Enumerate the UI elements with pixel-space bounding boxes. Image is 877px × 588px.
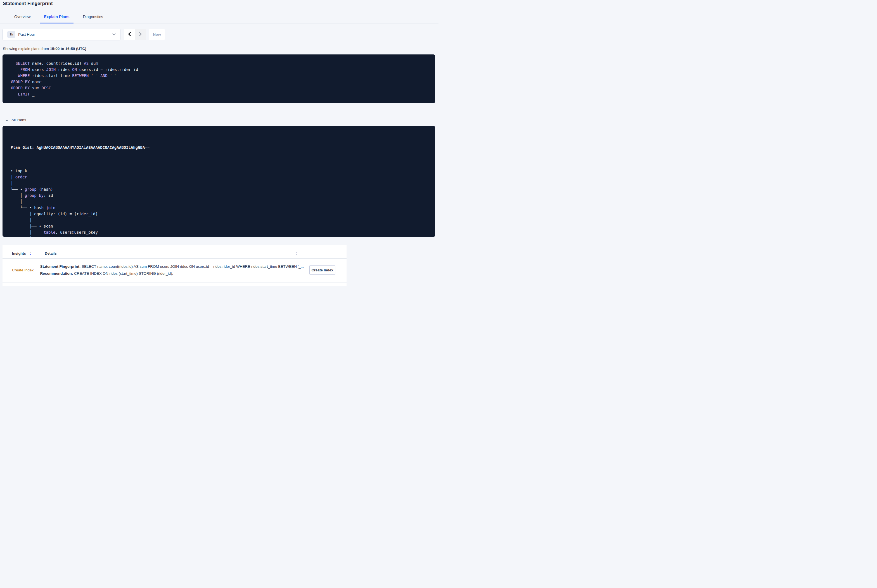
- all-plans-label: All Plans: [12, 118, 26, 122]
- next-time-button[interactable]: [135, 29, 146, 40]
- back-arrow-icon: ←: [5, 117, 9, 122]
- statement-fingerprint-page: Statement Fingerprint Overview Explain P…: [0, 0, 438, 294]
- statement-fingerprint-line: Statement Fingerprint: SELECT name, coun…: [40, 263, 304, 270]
- time-range-badge: 1h: [7, 31, 15, 38]
- chevron-left-icon: [128, 32, 131, 37]
- sort-down-arrow-icon: ▼: [30, 254, 32, 255]
- recommendation-line: Recommendation: CREATE INDEX ON rides (s…: [40, 270, 304, 277]
- page-title: Statement Fingerprint: [3, 1, 438, 6]
- statement-fingerprint-text: SELECT name, count(rides.id) AS sum FROM…: [80, 264, 304, 268]
- time-range-dropdown[interactable]: 1h Past Hour: [3, 29, 120, 40]
- time-step-group: [124, 29, 146, 40]
- plan-tree: • top-k│ order│└── • group (hash) │ grou…: [11, 168, 435, 237]
- recommendation-label: Recommendation:: [40, 272, 73, 276]
- sort-icon-insights[interactable]: ▲ ▼: [30, 252, 32, 258]
- insights-header-label: Insights: [12, 251, 26, 258]
- chevron-right-icon: [139, 32, 142, 37]
- details-header-label: Details: [45, 251, 57, 258]
- table-row: Create Index Statement Fingerprint: SELE…: [3, 258, 346, 283]
- showing-range-text: Showing explain plans from 15:00 to 16:5…: [3, 46, 438, 51]
- sql-statement-box: SELECT name, count(rides.id) AS sum FROM…: [3, 54, 435, 103]
- plan-gist-line: Plan Gist: AgHUAQIABQAAAAHYAQIAiAEAAAADC…: [11, 144, 435, 150]
- create-index-button[interactable]: Create Index: [309, 265, 335, 275]
- tab-explain-plans[interactable]: Explain Plans: [40, 12, 74, 24]
- plan-gist-box: Plan Gist: AgHUAQIABQAAAAHYAQIAiAEAAAADC…: [3, 126, 435, 237]
- sort-icon-details[interactable]: ▲ ▼: [295, 252, 298, 255]
- insight-details-cell: Statement Fingerprint: SELECT name, coun…: [40, 263, 304, 277]
- now-button[interactable]: Now: [149, 29, 165, 40]
- previous-time-button[interactable]: [124, 29, 135, 40]
- chevron-down-icon: [112, 33, 116, 36]
- recommendation-text: CREATE INDEX ON rides (start_time) STORI…: [73, 272, 173, 276]
- plan-gist-label: Plan Gist:: [11, 145, 37, 150]
- insights-table-header: Insights ▲ ▼ Details ▲ ▼: [3, 245, 346, 258]
- column-header-details[interactable]: Details: [45, 251, 57, 258]
- showing-prefix: Showing explain plans from: [3, 46, 50, 51]
- section-divider: [0, 113, 438, 113]
- sort-down-arrow-icon: ▼: [295, 254, 298, 255]
- plan-gist-value: AgHUAQIABQAAAAHYAQIAiAEAAAADCQACAgAABQIL…: [37, 145, 150, 150]
- time-range-label: Past Hour: [18, 32, 35, 37]
- tab-bar: Overview Explain Plans Diagnostics: [0, 12, 438, 24]
- statement-fingerprint-label: Statement Fingerprint:: [40, 264, 81, 268]
- insights-table: Insights ▲ ▼ Details ▲ ▼ Create Index St…: [3, 245, 346, 286]
- column-header-insights[interactable]: Insights ▲ ▼: [12, 251, 45, 258]
- tab-diagnostics[interactable]: Diagnostics: [78, 12, 107, 24]
- showing-range: 15:00 to 16:59 (UTC): [50, 46, 86, 51]
- insight-type-link[interactable]: Create Index: [12, 268, 40, 272]
- all-plans-link[interactable]: ← All Plans: [5, 117, 26, 122]
- time-controls: 1h Past Hour Now: [3, 29, 438, 40]
- tab-overview[interactable]: Overview: [10, 12, 35, 24]
- card-bottom-padding: [3, 283, 346, 286]
